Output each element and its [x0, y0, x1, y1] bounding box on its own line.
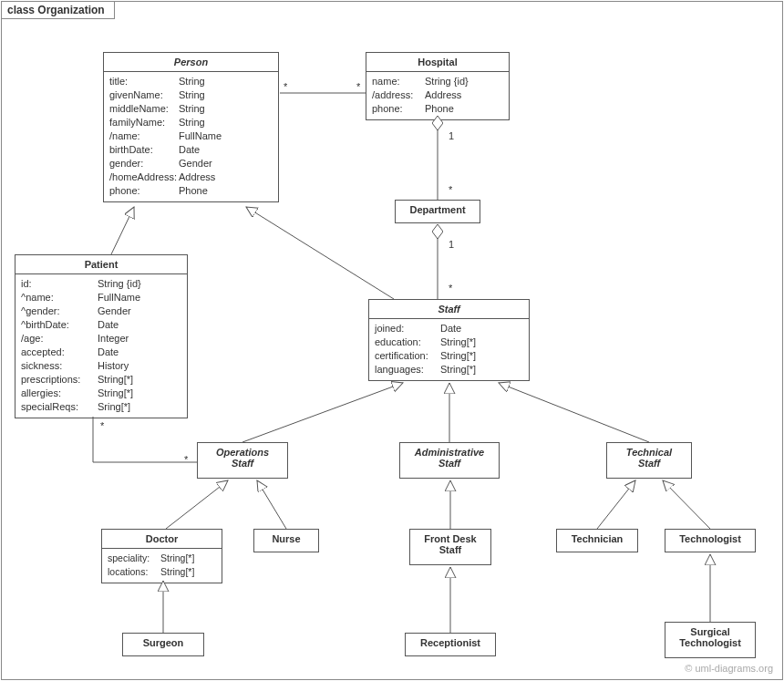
- class-title: Staff: [369, 300, 529, 319]
- svg-line-12: [663, 480, 710, 529]
- class-title: Administrative Staff: [400, 443, 499, 472]
- mult: 1: [449, 130, 454, 141]
- class-staff: Staff joined:Date education:String[*] ce…: [368, 299, 530, 381]
- class-technologist: Technologist: [665, 529, 756, 552]
- class-title: Department: [396, 201, 480, 219]
- class-title: Person: [104, 53, 278, 72]
- class-title: Hospital: [366, 53, 509, 72]
- watermark: © uml-diagrams.org: [685, 663, 773, 674]
- class-title: Technician: [557, 530, 637, 548]
- mult: *: [184, 454, 188, 465]
- class-title: Surgical Technologist: [665, 623, 755, 652]
- class-hospital: Hospital name:String {id} /address:Addre…: [366, 52, 510, 120]
- uml-frame: class Organization Person title:String g…: [1, 1, 783, 680]
- mult: *: [284, 81, 287, 92]
- class-surgeon: Surgeon: [122, 633, 204, 656]
- class-frontdesk-staff: Front Desk Staff: [409, 529, 491, 565]
- mult: *: [449, 184, 452, 195]
- mult: *: [356, 81, 360, 92]
- class-nurse: Nurse: [253, 529, 319, 552]
- class-title: Technologist: [665, 530, 755, 548]
- class-title: Surgeon: [123, 634, 203, 652]
- mult: *: [100, 420, 104, 431]
- class-title: Front Desk Staff: [410, 530, 490, 559]
- svg-line-5: [242, 383, 403, 442]
- svg-line-7: [499, 383, 649, 442]
- class-receptionist: Receptionist: [405, 633, 496, 656]
- class-attrs: id:String {id} ^name:FullName ^gender:Ge…: [15, 274, 187, 418]
- svg-line-8: [166, 480, 228, 529]
- class-title: Receptionist: [406, 634, 495, 652]
- class-surgical-technologist: Surgical Technologist: [665, 622, 756, 658]
- class-patient: Patient id:String {id} ^name:FullName ^g…: [15, 254, 188, 418]
- class-title: Doctor: [102, 530, 222, 549]
- class-attrs: name:String {id} /address:Address phone:…: [366, 72, 509, 119]
- class-attrs: title:String givenName:String middleName…: [104, 72, 278, 201]
- svg-line-9: [257, 480, 286, 529]
- class-title: Nurse: [254, 530, 318, 548]
- mult: 1: [449, 239, 454, 250]
- class-admin-staff: Administrative Staff: [399, 442, 500, 479]
- class-doctor: Doctor speciality:String[*] locations:St…: [101, 529, 222, 583]
- class-title: Operations Staff: [198, 443, 287, 472]
- frame-label: class Organization: [1, 1, 115, 19]
- class-person: Person title:String givenName:String mid…: [103, 52, 279, 202]
- class-department: Department: [395, 200, 480, 223]
- svg-line-3: [111, 207, 134, 254]
- svg-line-4: [246, 207, 394, 299]
- class-attrs: joined:Date education:String[*] certific…: [369, 319, 529, 380]
- svg-line-11: [597, 480, 635, 529]
- class-title: Technical Staff: [607, 443, 691, 472]
- class-tech-staff: Technical Staff: [606, 442, 692, 479]
- mult: *: [449, 283, 452, 294]
- class-technician: Technician: [556, 529, 638, 552]
- class-ops-staff: Operations Staff: [197, 442, 288, 479]
- class-title: Patient: [15, 255, 187, 274]
- class-attrs: speciality:String[*] locations:String[*]: [102, 549, 222, 583]
